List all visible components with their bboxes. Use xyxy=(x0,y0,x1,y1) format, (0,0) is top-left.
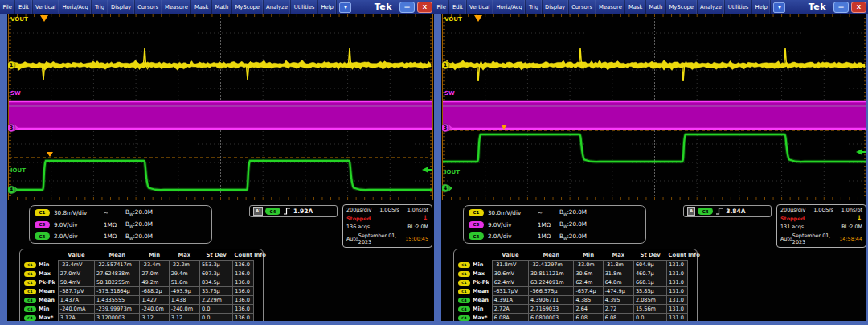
table-row: C4Min2.72A2.71690332.642.7215.56m131.0 xyxy=(457,305,694,314)
datetime-row: Auto September 01, 2023 14:58:44 xyxy=(780,232,862,245)
info-cell xyxy=(688,261,694,269)
acquisition-status: Stopped xyxy=(346,216,371,222)
measurement-value-cell: 15.56m xyxy=(633,305,666,314)
table-row: C1Max30.6mV30.811121m30.6m31.8m460.7µ131… xyxy=(457,269,694,278)
bandwidth-limit: BW:20.0M xyxy=(559,232,587,241)
menu-item-vertical[interactable]: Vertical xyxy=(33,0,59,14)
date-value: September 01, 2023 xyxy=(792,232,839,245)
close-button[interactable]: X xyxy=(851,2,866,13)
measurement-label-cell: C1Min xyxy=(23,261,58,269)
rising-edge-icon xyxy=(283,207,291,216)
measurement-value-cell: 63.224091m xyxy=(529,278,574,287)
minimize-button[interactable]: — xyxy=(399,2,415,13)
menu-item-analyze[interactable]: Analyze xyxy=(698,0,726,14)
trace-label-sw: SW xyxy=(10,90,21,97)
menu-item-file[interactable]: File xyxy=(434,0,449,14)
channel-badge-c1[interactable]: C1 xyxy=(35,209,50,216)
info-cell xyxy=(688,269,694,278)
channel-badge-c1: C1 xyxy=(24,271,36,277)
measurement-label-cell: C4Min xyxy=(23,305,58,314)
measurement-value-cell: -23.4mV xyxy=(58,261,94,269)
channel-badge-c3[interactable]: C3 xyxy=(35,221,50,228)
minimize-button[interactable]: — xyxy=(833,2,849,13)
measurement-name: Min xyxy=(39,306,49,312)
measurement-label-cell: C1Pk-Pk xyxy=(457,278,492,287)
measurement-name: Mean xyxy=(473,288,489,294)
channel-scale: 30.8mV/div xyxy=(54,209,104,216)
measurement-value-cell: 4.385 xyxy=(574,296,603,305)
menu-item-math[interactable]: Math xyxy=(646,0,666,14)
measurement-value-cell: 62.4mV xyxy=(492,278,528,287)
trigger-a-badge: A xyxy=(687,207,695,216)
menu-item-file[interactable]: File xyxy=(0,0,15,14)
menu-item-mask[interactable]: Mask xyxy=(625,0,646,14)
measurement-label-cell: C1Mean xyxy=(457,287,492,296)
ac-coupling-icon: ~ xyxy=(104,209,125,216)
trigger-level-value: 3.84A xyxy=(726,208,745,215)
resolution-value: 1.0ns/pt xyxy=(407,207,428,213)
menu-item-help[interactable]: Help xyxy=(752,0,772,14)
measurement-value-cell: 131.0 xyxy=(667,296,688,305)
menu-item-edit[interactable]: Edit xyxy=(449,0,466,14)
svg-text:4: 4 xyxy=(444,185,448,191)
menu-item-analyze[interactable]: Analyze xyxy=(264,0,292,14)
menu-overflow-button[interactable]: ▼ xyxy=(773,2,785,13)
measurement-name: Min xyxy=(473,261,483,268)
channel-badge-c1[interactable]: C1 xyxy=(469,209,484,216)
menu-item-trig[interactable]: Trig xyxy=(526,0,542,14)
menu-item-trig[interactable]: Trig xyxy=(92,0,108,14)
menu-item-measure[interactable]: Measure xyxy=(596,0,626,14)
column-header-mean: Mean xyxy=(95,250,140,261)
table-row: C4Max*3.12A3.12000033.123.120.0136.0 xyxy=(23,314,260,323)
channel-scale: 2.0A/div xyxy=(54,232,104,240)
measurement-value-cell: 131.0 xyxy=(667,261,688,269)
menu-bar: FileEditVerticalHoriz/AcqTrigDisplayCurs… xyxy=(0,0,434,14)
menu-item-math[interactable]: Math xyxy=(212,0,232,14)
measurement-value-cell: 30.811121m xyxy=(529,269,574,278)
measurement-name: Max* xyxy=(39,315,53,321)
table-row: C1Min-23.4mV-22.557417m-23.4m-22.2m553.3… xyxy=(23,261,260,269)
measurement-name: Mean xyxy=(39,288,55,294)
measurement-label-cell: C1Pk-Pk xyxy=(23,278,58,287)
measurement-value-cell: -22.557417m xyxy=(95,261,140,269)
menu-item-utilities[interactable]: Utilities xyxy=(725,0,752,14)
menu-item-cursors[interactable]: Cursors xyxy=(135,0,162,14)
table-row: C4Mean4.391A4.39067114.3854.3952.085m131… xyxy=(457,296,694,305)
close-button[interactable]: X xyxy=(417,2,432,13)
menu-item-cursors[interactable]: Cursors xyxy=(569,0,596,14)
channel-badge-c3[interactable]: C3 xyxy=(469,221,484,228)
acquisition-status: Stopped xyxy=(780,216,805,222)
channel-badge-c4[interactable]: C4 xyxy=(469,232,484,240)
measurement-value-cell: 3.12 xyxy=(140,314,169,323)
channel-badge-c4[interactable]: C4 xyxy=(35,232,50,240)
info-cell xyxy=(254,287,260,296)
menu-item-vertical[interactable]: Vertical xyxy=(467,0,493,14)
measurement-value-cell: -657.4µ xyxy=(574,287,603,296)
menu-item-display[interactable]: Display xyxy=(542,0,569,14)
measurement-table: ValueMeanMinMaxSt DevCountInfoC1Min-31.8… xyxy=(457,250,694,323)
measurement-value-cell: 64.8m xyxy=(603,278,633,287)
scope-content: 134VOUTSWIOUT C130.0mV/div~BW:20.0MC39.0… xyxy=(434,14,868,325)
menu-item-mask[interactable]: Mask xyxy=(191,0,212,14)
menu-item-edit[interactable]: Edit xyxy=(15,0,32,14)
menu-item-myscope[interactable]: MyScope xyxy=(232,0,264,14)
measurement-value-cell: 51.6m xyxy=(169,278,199,287)
measurement-value-cell: 4.395 xyxy=(603,296,633,305)
waveform-display: 134VOUTSWIOUT xyxy=(442,14,867,200)
measurement-value-cell: 3.12A xyxy=(58,314,94,323)
menu-item-horiz-acq[interactable]: Horiz/Acq xyxy=(59,0,92,14)
tek-logo: Tek xyxy=(802,2,833,12)
measurement-label-cell: C4Max* xyxy=(457,314,492,323)
menu-item-measure[interactable]: Measure xyxy=(162,0,192,14)
menu-item-help[interactable]: Help xyxy=(318,0,338,14)
menu-item-myscope[interactable]: MyScope xyxy=(666,0,698,14)
table-header-row: ValueMeanMinMaxSt DevCountInfo xyxy=(457,250,694,261)
menu-item-horiz-acq[interactable]: Horiz/Acq xyxy=(493,0,526,14)
tek-logo: Tek xyxy=(368,2,399,12)
measurement-label-cell: C1Min xyxy=(457,261,492,269)
menu-item-utilities[interactable]: Utilities xyxy=(291,0,318,14)
time-value: 15:00:45 xyxy=(405,236,428,242)
menu-item-display[interactable]: Display xyxy=(108,0,135,14)
channel-impedance: 1MΩ xyxy=(104,221,125,228)
menu-overflow-button[interactable]: ▼ xyxy=(339,2,351,13)
